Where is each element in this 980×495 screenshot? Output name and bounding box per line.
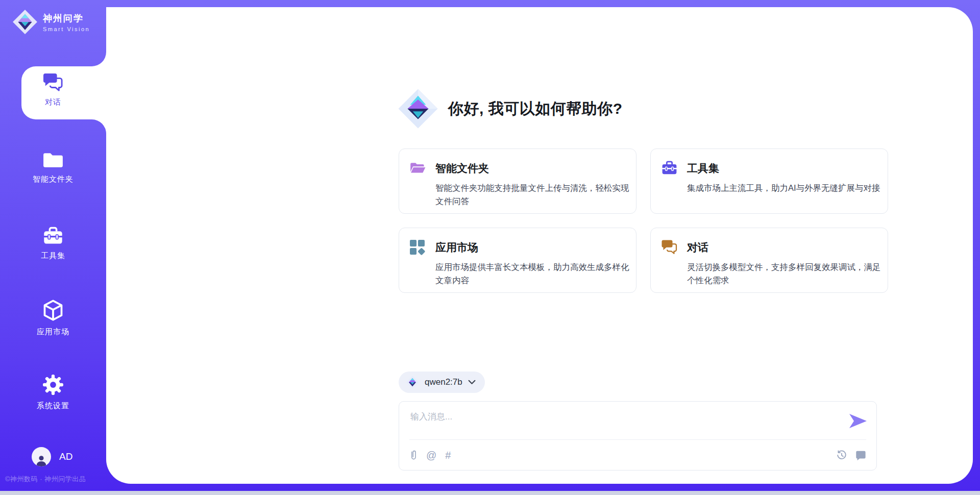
card-title: 对话 <box>687 240 882 255</box>
brand-subtitle: Smart Vision <box>43 26 90 32</box>
history-button[interactable] <box>836 450 847 461</box>
assistant-logo-icon <box>397 88 439 130</box>
sidebar-item-label: 智能文件夹 <box>33 175 74 184</box>
card-toolset[interactable]: 工具集 集成市场上主流工具，助力AI与外界无缝扩展与对接 <box>650 148 888 214</box>
sidebar-item-app-market[interactable]: 应用市场 <box>0 299 106 337</box>
sidebar-footer: ©神州数码 · 神州问学出品 <box>5 475 105 484</box>
user-initials: AD <box>59 451 72 462</box>
hash-button[interactable]: # <box>445 450 451 460</box>
gear-icon <box>42 374 64 395</box>
message-button[interactable] <box>855 450 866 461</box>
sidebar-item-label: 工具集 <box>41 251 65 261</box>
brand-logo-icon <box>12 9 38 35</box>
chat-icon <box>42 72 64 92</box>
attachment-icon <box>409 449 418 461</box>
hash-icon: # <box>445 450 451 460</box>
sidebar: 神州问学 Smart Vision 对话 智能文件夹 <box>0 0 106 495</box>
sidebar-item-smart-folder[interactable]: 智能文件夹 <box>0 152 106 184</box>
app-root: 神州问学 Smart Vision 对话 智能文件夹 <box>0 0 980 495</box>
sidebar-item-label: 应用市场 <box>37 327 69 337</box>
feature-cards: 智能文件夹 智能文件夹功能支持批量文件上传与清洗，轻松实现文件问答 工具集 <box>399 148 888 293</box>
message-input[interactable] <box>409 410 835 438</box>
card-chat[interactable]: 对话 灵活切换多模型文件，支持多样回复效果调试，满足个性化需求 <box>650 228 888 293</box>
card-description: 智能文件夹功能支持批量文件上传与清洗，轻松实现文件问答 <box>435 181 630 208</box>
folder-icon <box>42 152 64 169</box>
toolbox-icon <box>42 226 64 245</box>
card-description: 应用市场提供丰富长文本模板，助力高效生成多样化文章内容 <box>435 260 630 287</box>
composer-toolbar: @ # <box>409 444 866 466</box>
chat-icon <box>661 239 678 256</box>
grid-icon <box>409 239 426 256</box>
history-icon <box>836 450 847 461</box>
sidebar-item-chat[interactable]: 对话 <box>0 72 106 107</box>
card-description: 集成市场上主流工具，助力AI与外界无缝扩展与对接 <box>687 181 882 194</box>
card-smart-folder[interactable]: 智能文件夹 智能文件夹功能支持批量文件上传与清洗，轻松实现文件问答 <box>399 148 636 214</box>
brand[interactable]: 神州问学 Smart Vision <box>12 9 90 35</box>
sidebar-item-toolset[interactable]: 工具集 <box>0 226 106 261</box>
attach-button[interactable] <box>409 449 418 461</box>
greeting: 你好, 我可以如何帮助你? <box>397 88 623 130</box>
card-title: 工具集 <box>687 161 882 176</box>
folder-open-icon <box>409 160 426 177</box>
model-selector[interactable]: qwen2:7b <box>399 372 485 393</box>
main-area: 你好, 我可以如何帮助你? 智能文件夹 智能文件夹功能支持批量文件上传与清洗，轻… <box>106 7 973 484</box>
send-icon <box>849 413 868 429</box>
card-title: 应用市场 <box>435 240 630 255</box>
model-logo-icon <box>406 376 419 389</box>
avatar <box>32 447 51 466</box>
sidebar-item-label: 系统设置 <box>37 401 69 411</box>
user-profile[interactable]: AD <box>32 447 72 466</box>
person-icon <box>35 453 48 466</box>
card-description: 灵活切换多模型文件，支持多样回复效果调试，满足个性化需求 <box>687 260 882 287</box>
brand-name: 神州问学 <box>43 12 90 24</box>
composer-divider <box>409 439 866 440</box>
sidebar-item-label: 对话 <box>45 97 61 107</box>
horizontal-scrollbar[interactable] <box>0 491 980 495</box>
card-title: 智能文件夹 <box>435 161 630 176</box>
briefcase-icon <box>661 160 678 177</box>
message-composer: @ # <box>399 401 877 471</box>
card-app-market[interactable]: 应用市场 应用市场提供丰富长文本模板，助力高效生成多样化文章内容 <box>399 228 636 293</box>
send-button[interactable] <box>849 413 868 429</box>
tab-curve-top <box>92 52 106 66</box>
cube-icon <box>43 299 63 321</box>
at-icon: @ <box>426 450 436 460</box>
chevron-down-icon <box>468 380 476 385</box>
greeting-title: 你好, 我可以如何帮助你? <box>448 98 623 119</box>
message-icon <box>855 450 866 461</box>
sidebar-item-settings[interactable]: 系统设置 <box>0 374 106 411</box>
model-name: qwen2:7b <box>425 377 462 387</box>
mention-button[interactable]: @ <box>426 450 436 460</box>
tab-curve-bottom <box>92 119 106 134</box>
